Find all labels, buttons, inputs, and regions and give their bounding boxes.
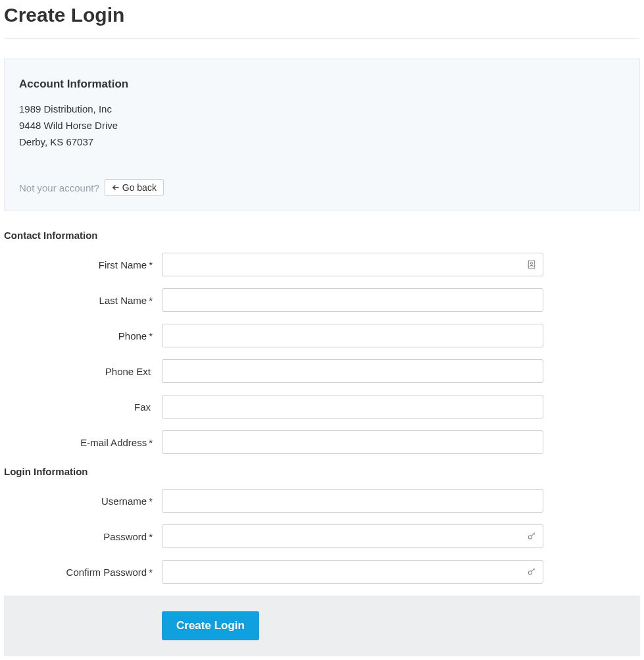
fax-input[interactable] bbox=[162, 395, 543, 419]
first-name-input[interactable] bbox=[162, 253, 543, 276]
confirm-password-input[interactable] bbox=[162, 560, 543, 584]
phone-label: Phone* bbox=[4, 330, 162, 342]
go-back-button[interactable]: Go back bbox=[105, 179, 164, 196]
create-login-button[interactable]: Create Login bbox=[162, 611, 259, 640]
phone-input[interactable] bbox=[162, 324, 543, 347]
username-label: Username* bbox=[4, 495, 162, 507]
not-your-account-text: Not your account? bbox=[19, 182, 99, 193]
button-bar: Create Login bbox=[4, 596, 640, 656]
contact-section-heading: Contact Information bbox=[4, 230, 640, 241]
username-input[interactable] bbox=[162, 489, 543, 513]
title-divider bbox=[4, 38, 640, 39]
password-input[interactable] bbox=[162, 524, 543, 548]
go-back-label: Go back bbox=[122, 182, 157, 193]
fax-label: Fax bbox=[4, 401, 162, 413]
arrow-left-icon bbox=[112, 184, 120, 191]
confirm-password-label: Confirm Password* bbox=[4, 567, 162, 578]
email-input[interactable] bbox=[162, 430, 543, 454]
email-label: E-mail Address* bbox=[4, 437, 162, 448]
account-info-panel: Account Information 1989 Distribution, I… bbox=[4, 59, 640, 211]
phone-ext-input[interactable] bbox=[162, 359, 543, 383]
last-name-input[interactable] bbox=[162, 288, 543, 312]
page-title: Create Login bbox=[4, 4, 640, 26]
account-street: 9448 Wild Horse Drive bbox=[19, 118, 625, 134]
account-info-heading: Account Information bbox=[19, 78, 625, 91]
password-label: Password* bbox=[4, 531, 162, 542]
account-city-state-zip: Derby, KS 67037 bbox=[19, 134, 625, 151]
phone-ext-label: Phone Ext bbox=[4, 366, 162, 377]
last-name-label: Last Name* bbox=[4, 295, 162, 306]
first-name-label: First Name* bbox=[4, 259, 162, 270]
login-section-heading: Login Information bbox=[4, 466, 640, 477]
account-company: 1989 Distribution, Inc bbox=[19, 101, 625, 118]
